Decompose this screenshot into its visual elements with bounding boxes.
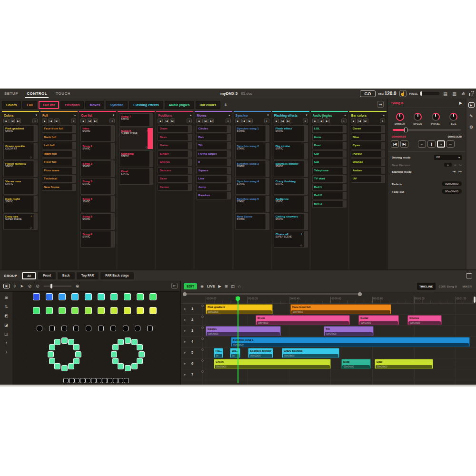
stop-button[interactable]: ■ bbox=[351, 119, 356, 123]
pulse-slider[interactable] bbox=[419, 92, 439, 95]
stop-button[interactable]: ■ bbox=[42, 119, 47, 123]
row-expand-icon[interactable]: ▸ bbox=[184, 307, 186, 311]
scene-cell[interactable]: Drum bbox=[158, 125, 192, 133]
row-expand-icon[interactable]: ▸ bbox=[184, 340, 186, 344]
prev-button[interactable]: |◀ bbox=[87, 119, 92, 123]
ring-fixture[interactable] bbox=[54, 339, 60, 345]
scene-cell[interactable]: TV start bbox=[312, 175, 347, 183]
strip-fixture[interactable] bbox=[96, 378, 101, 383]
scene-cell[interactable]: Flash effectSTATIC bbox=[274, 125, 308, 142]
cell-fader[interactable] bbox=[148, 128, 153, 149]
next-button[interactable]: ▶| bbox=[363, 119, 368, 123]
add-scene-button[interactable]: + bbox=[264, 119, 269, 123]
dimmer-slider-handle[interactable] bbox=[404, 128, 407, 132]
scene-cell[interactable]: Bell 2 bbox=[312, 192, 347, 199]
row-record-dot[interactable] bbox=[201, 370, 204, 373]
fade-in-value[interactable]: 00m00s00 bbox=[442, 181, 462, 186]
cell-fader[interactable] bbox=[342, 168, 346, 174]
zoom-slider[interactable] bbox=[44, 286, 71, 287]
scene-cell[interactable]: Circles bbox=[196, 125, 230, 133]
speed-knob[interactable] bbox=[414, 113, 422, 121]
strip-fixture[interactable] bbox=[80, 378, 85, 383]
zoom-in-icon[interactable]: ⊕ bbox=[76, 284, 79, 288]
scene-cell[interactable]: LOL bbox=[312, 125, 347, 133]
scene-play-icon[interactable]: ▶ bbox=[459, 101, 462, 105]
par-fixture[interactable] bbox=[71, 307, 79, 314]
timeline-clip[interactable]: Boat00m14s00 bbox=[341, 359, 371, 369]
start-from-beginning-icon[interactable]: ⇥ bbox=[453, 169, 456, 174]
row-record-dot[interactable] bbox=[201, 359, 204, 362]
next-button[interactable]: ▶| bbox=[54, 119, 60, 123]
scene-cell[interactable]: Random bbox=[196, 192, 230, 199]
next-button[interactable]: ▶| bbox=[208, 119, 214, 123]
stop-button[interactable]: ■ bbox=[274, 119, 279, 123]
cell-fader[interactable] bbox=[304, 143, 307, 159]
cell-fader[interactable] bbox=[110, 178, 114, 194]
scene-cell[interactable]: Blue bbox=[351, 134, 385, 141]
timeline-clip[interactable]: Big...5s bbox=[230, 348, 240, 358]
stop-button[interactable]: ■ bbox=[3, 119, 9, 123]
phase-knob[interactable] bbox=[432, 113, 440, 121]
lasso-select-icon[interactable]: ◊ bbox=[14, 284, 16, 288]
cell-fader[interactable] bbox=[227, 126, 230, 132]
strip-fixture[interactable] bbox=[91, 378, 96, 383]
cell-fader[interactable] bbox=[72, 134, 76, 141]
cell-fader[interactable] bbox=[227, 134, 230, 141]
ring-fixture[interactable] bbox=[118, 363, 124, 369]
move-down-icon[interactable]: ↓ bbox=[5, 350, 7, 354]
prev-button[interactable]: |◀ bbox=[280, 119, 285, 123]
row-record-dot[interactable] bbox=[201, 348, 204, 351]
group-button-top-par[interactable]: Top PAR bbox=[77, 272, 99, 279]
scene-cell[interactable]: Flying carpet bbox=[196, 150, 230, 158]
timeline-clip[interactable]: Chorus00m16s00 bbox=[407, 315, 442, 325]
headphones-icon[interactable]: ∩ bbox=[238, 284, 241, 288]
dial-panel-icon[interactable]: ⊛ bbox=[460, 91, 466, 96]
prev-button[interactable]: |◀ bbox=[241, 119, 247, 123]
next-button[interactable]: ▶| bbox=[170, 119, 175, 123]
cell-fader[interactable] bbox=[304, 178, 307, 194]
timeline-clip[interactable]: Face front full00m48s00 bbox=[290, 304, 391, 314]
tab-flashing-effects[interactable]: Flashing effects bbox=[129, 101, 163, 109]
tab-colors[interactable]: Colors bbox=[2, 101, 21, 109]
scene-cell[interactable]: Green bbox=[351, 125, 385, 133]
rotate-tool-icon[interactable]: ⊘ bbox=[28, 284, 32, 288]
scene-cell[interactable]: Cyan bbox=[351, 142, 385, 149]
scene-cell[interactable]: StandingSTATIC bbox=[119, 150, 153, 167]
par-fixture[interactable] bbox=[59, 307, 66, 314]
next-button[interactable]: ▶| bbox=[248, 119, 253, 123]
moving-head-fixture[interactable] bbox=[135, 326, 140, 331]
cell-fader[interactable] bbox=[381, 176, 385, 182]
cell-fader[interactable] bbox=[381, 151, 385, 158]
scene-cell[interactable]: Vie en roseSTATIC bbox=[3, 178, 38, 195]
half-split-icon-1[interactable]: ◩ bbox=[4, 314, 8, 318]
stop-button[interactable]: ■ bbox=[80, 119, 86, 123]
pointer-tool-icon[interactable]: ➤ bbox=[20, 284, 24, 288]
add-scene-button[interactable]: + bbox=[380, 119, 385, 123]
cell-fader[interactable] bbox=[227, 159, 230, 166]
ring-fixture[interactable] bbox=[54, 363, 60, 369]
group-button-all[interactable]: All bbox=[22, 272, 36, 279]
scene-cell[interactable]: Song 5STATIC bbox=[80, 213, 115, 230]
scene-cell[interactable]: Tilt bbox=[196, 142, 230, 149]
par-fixture[interactable] bbox=[33, 293, 40, 300]
stop-button[interactable]: ■ bbox=[235, 119, 240, 123]
pulse-slider-handle[interactable] bbox=[420, 91, 422, 96]
group-arrange-icon[interactable]: ⊞ bbox=[5, 296, 8, 300]
add-tab-button[interactable]: + bbox=[222, 102, 229, 108]
row-record-dot[interactable] bbox=[201, 337, 204, 340]
scene-cell[interactable]: New Scene bbox=[42, 184, 76, 191]
cell-fader[interactable] bbox=[72, 142, 76, 149]
chevron-down-icon[interactable]: ▾ bbox=[267, 113, 269, 117]
cell-fader[interactable] bbox=[265, 178, 269, 194]
prev-button[interactable]: |◀ bbox=[48, 119, 53, 123]
tab-positions[interactable]: Positions bbox=[60, 101, 84, 109]
cell-fader[interactable] bbox=[342, 176, 346, 182]
scene-cell[interactable]: Jump bbox=[196, 184, 230, 191]
live-mode-button[interactable]: LIVE bbox=[207, 284, 215, 288]
cell-fader[interactable] bbox=[227, 151, 230, 158]
add-scene-button[interactable]: + bbox=[226, 119, 231, 123]
scene-cell[interactable]: UV bbox=[351, 175, 385, 183]
par-fixture[interactable] bbox=[85, 293, 92, 300]
stop-button[interactable]: ■ bbox=[158, 119, 163, 123]
strip-fixture[interactable] bbox=[118, 378, 123, 383]
